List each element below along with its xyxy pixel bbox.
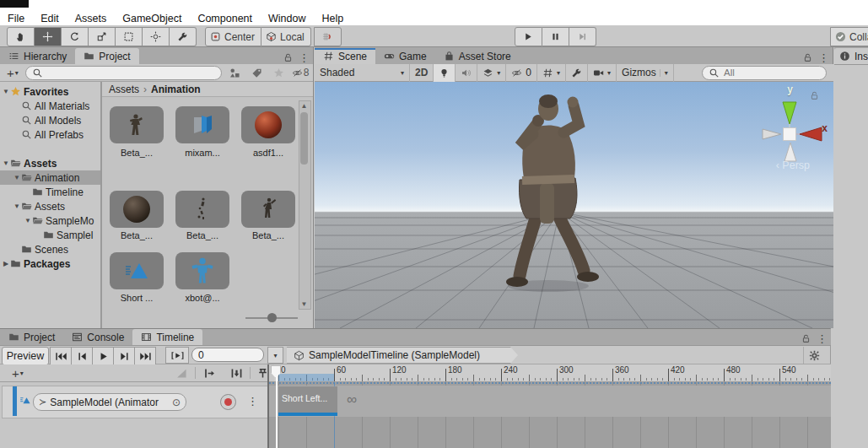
tree-item-all-materials[interactable]: All Materials xyxy=(0,99,100,113)
tab-game[interactable]: Game xyxy=(375,48,435,64)
grid-settings-dropdown[interactable]: ▾ xyxy=(537,64,566,82)
search-by-label-button[interactable] xyxy=(247,66,266,80)
menu-assets[interactable]: Assets xyxy=(75,13,107,24)
kebab-menu-icon[interactable]: ⋮ xyxy=(818,51,827,64)
gizmo-center-cube[interactable] xyxy=(784,128,796,141)
play-button[interactable] xyxy=(515,27,542,46)
pivot-mode-button[interactable]: Center xyxy=(205,27,261,46)
add-track-button[interactable]: +▾ xyxy=(8,366,27,381)
tree-item-assets[interactable]: ▼Assets xyxy=(0,199,100,213)
handle-space-button[interactable]: Local xyxy=(261,27,311,46)
tree-expander-icon[interactable]: ▼ xyxy=(13,202,21,210)
asset-item-beta[interactable] xyxy=(175,191,229,228)
asset-item-short[interactable] xyxy=(110,252,164,289)
gizmo-y-axis[interactable] xyxy=(783,102,796,124)
track-binding-field[interactable]: ≻ SampleModel (Animator ⊙ xyxy=(33,393,186,411)
lock-icon[interactable] xyxy=(801,333,811,344)
next-frame-button[interactable] xyxy=(114,347,135,365)
frame-options-dropdown[interactable]: ▾ xyxy=(267,347,283,364)
camera-settings-dropdown[interactable]: ▾ xyxy=(588,64,617,82)
hidden-count-button[interactable]: 8 xyxy=(291,66,310,80)
asset-item-asdf1[interactable] xyxy=(241,106,295,143)
custom-tools-tool-button[interactable] xyxy=(170,27,197,46)
scroll-down-icon[interactable]: ▼ xyxy=(299,300,309,308)
tree-item-samplel[interactable]: Samplel xyxy=(0,228,100,242)
scene-search-input[interactable]: All xyxy=(702,66,827,80)
universal-tool-button[interactable] xyxy=(143,27,170,46)
curves-view-toggle[interactable] xyxy=(168,364,195,381)
timeline-settings-button[interactable] xyxy=(803,347,825,364)
rect-tool-button[interactable] xyxy=(116,27,143,46)
tab-console[interactable]: Console xyxy=(63,329,132,345)
asset-item-xbot[interactable] xyxy=(175,252,229,289)
play-button[interactable] xyxy=(93,347,114,365)
kebab-menu-icon[interactable]: ⋮ xyxy=(299,51,307,64)
component-tools-button[interactable] xyxy=(566,64,588,82)
tree-item-all-prefabs[interactable]: All Prefabs xyxy=(0,127,100,142)
tree-item-samplemo[interactable]: ▼SampleMo xyxy=(0,213,100,228)
menu-window[interactable]: Window xyxy=(268,13,305,24)
menu-gameobject[interactable]: GameObject xyxy=(122,13,181,24)
search-by-type-button[interactable] xyxy=(225,66,244,80)
asset-grid-scrollbar[interactable]: ▲ ▼ xyxy=(299,100,311,310)
track-kebab-menu-icon[interactable]: ⋮ xyxy=(247,395,256,408)
collab-button[interactable]: Colla xyxy=(830,27,868,46)
go-to-start-button[interactable] xyxy=(50,347,72,365)
scene-viewport[interactable]: y x ‹ Persp xyxy=(315,82,833,328)
tab-hierarchy[interactable]: Hierarchy xyxy=(0,48,75,64)
tree-item-favorites[interactable]: ▼Favorites xyxy=(0,84,100,99)
record-toggle[interactable] xyxy=(220,394,236,410)
tree-expander-icon[interactable]: ▼ xyxy=(24,217,32,224)
tab-timeline[interactable]: Timeline xyxy=(132,329,202,345)
preview-toggle[interactable]: Preview xyxy=(2,347,49,365)
hand-tool-button[interactable] xyxy=(7,27,35,46)
clips-area[interactable]: Short Left...∞ xyxy=(269,382,831,448)
asset-item-beta[interactable] xyxy=(110,191,164,228)
tab-inspector[interactable]: Insp xyxy=(834,48,868,64)
save-search-button[interactable] xyxy=(269,66,288,80)
menu-file[interactable]: File xyxy=(8,13,24,24)
menu-help[interactable]: Help xyxy=(321,13,343,24)
tree-item-timeline[interactable]: Timeline xyxy=(0,185,100,199)
gizmo-x-axis[interactable] xyxy=(800,127,822,141)
ripple-mode-button[interactable] xyxy=(223,364,250,381)
scale-tool-button[interactable] xyxy=(89,27,116,46)
audio-toggle[interactable] xyxy=(456,64,477,82)
current-frame-field[interactable]: 0 xyxy=(191,348,264,362)
project-search-input[interactable] xyxy=(25,66,222,80)
play-range-toggle[interactable] xyxy=(165,347,189,364)
tree-expander-icon[interactable]: ▼ xyxy=(13,174,21,181)
tree-item-packages[interactable]: ▶Packages xyxy=(0,256,100,271)
lock-icon[interactable] xyxy=(809,90,820,104)
tree-expander-icon[interactable]: ▶ xyxy=(2,260,10,267)
previous-frame-button[interactable] xyxy=(72,347,93,365)
scroll-up-icon[interactable]: ▲ xyxy=(299,102,309,110)
create-asset-button[interactable]: +▾ xyxy=(3,66,22,80)
asset-item-mixam[interactable] xyxy=(175,106,229,143)
tree-item-assets[interactable]: ▼Assets xyxy=(0,156,100,170)
replace-mode-button[interactable] xyxy=(251,364,274,381)
menu-edit[interactable]: Edit xyxy=(40,13,59,24)
animation-track-header[interactable]: ≻ SampleModel (Animator ⊙ ⋮ xyxy=(2,386,268,418)
tree-item-animation[interactable]: ▼Animation xyxy=(0,170,100,185)
menu-component[interactable]: Component xyxy=(197,13,252,24)
tree-item-scenes[interactable]: Scenes xyxy=(0,242,100,256)
playhead-line[interactable] xyxy=(276,376,278,448)
breadcrumb-current[interactable]: Animation xyxy=(151,84,201,95)
move-tool-button[interactable] xyxy=(35,27,62,46)
pause-button[interactable] xyxy=(542,27,569,46)
asset-item-beta[interactable] xyxy=(110,106,164,143)
gizmo-z-axis[interactable] xyxy=(784,143,796,161)
tab-project[interactable]: Project xyxy=(75,48,138,64)
effects-dropdown[interactable]: ▾ xyxy=(477,64,506,82)
timeline-ruler[interactable]: 060120180240300360420480540 xyxy=(274,364,831,382)
kebab-menu-icon[interactable]: ⋮ xyxy=(817,332,825,345)
tab-scene[interactable]: Scene xyxy=(315,48,375,64)
animation-clip[interactable]: Short Left... xyxy=(278,386,337,416)
step-button[interactable] xyxy=(569,27,596,46)
tree-expander-icon[interactable]: ▼ xyxy=(2,88,10,95)
draw-mode-dropdown[interactable]: Shaded▾ xyxy=(315,64,410,82)
gizmos-dropdown[interactable]: Gizmos▾ xyxy=(617,64,674,82)
tab-asset-store[interactable]: Asset Store xyxy=(435,48,520,64)
character-model[interactable] xyxy=(471,89,614,295)
